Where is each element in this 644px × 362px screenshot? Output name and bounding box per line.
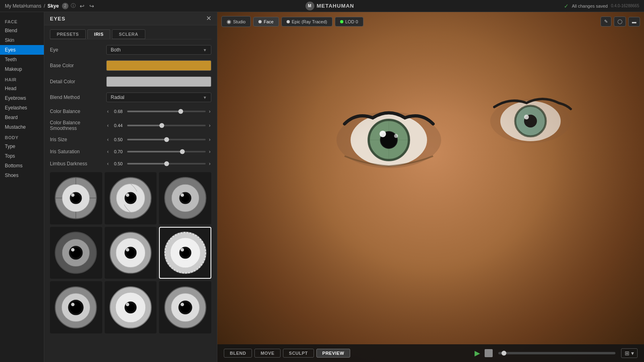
sidebar-item-head[interactable]: Head <box>0 84 44 93</box>
preset-item-9[interactable] <box>159 281 211 333</box>
saved-icon: ✓ <box>564 3 569 9</box>
iris-size-decrement[interactable]: ‹ <box>106 136 109 143</box>
preset-item-3[interactable] <box>159 172 211 224</box>
color-balance-smoothness-track[interactable] <box>127 125 206 126</box>
sidebar-item-bottoms[interactable]: Bottoms <box>0 161 44 171</box>
face-button[interactable]: Face <box>253 17 279 27</box>
base-color-swatch[interactable] <box>106 60 211 71</box>
iris-size-track[interactable] <box>127 139 206 140</box>
color-balance-slider-container: ‹ 0.68 › <box>106 108 211 115</box>
color-balance-smoothness-value: 0.44 <box>112 123 125 128</box>
logo-text: METAHUMAN <box>317 3 354 9</box>
blend-method-value: Radial <box>111 95 124 100</box>
eye-selector-control: Both ▼ <box>106 45 211 55</box>
preset-item-1[interactable] <box>50 172 102 224</box>
sidebar-item-mustache[interactable]: Mustache <box>0 122 44 132</box>
preset-item-5[interactable] <box>105 227 157 279</box>
close-button[interactable]: ✕ <box>206 15 211 22</box>
face-dot <box>258 20 262 23</box>
svg-point-13 <box>126 193 130 197</box>
svg-point-23 <box>71 248 75 252</box>
limbus-darkness-slider-container: ‹ 0.50 › <box>106 160 211 167</box>
tab-presets[interactable]: PRESETS <box>50 29 86 39</box>
metahuman-logo: M METAHUMAN <box>305 2 354 10</box>
color-balance-increment[interactable]: › <box>208 108 211 115</box>
iris-size-increment[interactable]: › <box>208 136 211 143</box>
iris-size-slider-container: ‹ 0.50 › <box>106 136 211 143</box>
iris-saturation-track[interactable] <box>127 151 206 152</box>
eye-dropdown[interactable]: Both ▼ <box>106 45 211 55</box>
move-mode-button[interactable]: MOVE <box>254 349 280 358</box>
timeline-bar[interactable] <box>498 352 616 354</box>
eye-selector-row: Eye Both ▼ <box>50 45 211 55</box>
svg-point-18 <box>180 193 184 197</box>
color-balance-label: Color Balance <box>50 109 106 114</box>
color-balance-decrement[interactable]: ‹ <box>106 108 109 115</box>
studio-button[interactable]: ◉ Studio <box>221 16 251 27</box>
sidebar-item-eyes[interactable]: Eyes <box>0 45 44 55</box>
sidebar-item-eyebrows[interactable]: Eyebrows <box>0 93 44 103</box>
limbus-darkness-decrement[interactable]: ‹ <box>106 160 109 167</box>
character-name[interactable]: Skye <box>47 3 59 9</box>
viewport-toolbar: ◉ Studio Face Epic (Ray Traced) LOD 0 ✎ … <box>221 16 640 27</box>
undo-button[interactable]: ↩ <box>78 2 86 10</box>
limbus-darkness-label: Limbus Darkness <box>50 161 106 167</box>
limbus-darkness-increment[interactable]: › <box>208 160 211 167</box>
mode-btn-3[interactable]: ▬ <box>628 17 640 27</box>
lod-button[interactable]: LOD 0 <box>335 17 363 27</box>
render-mode-button[interactable]: Epic (Ray Traced) <box>281 17 332 27</box>
left-sidebar: FACE Blend Skin Eyes Teeth Makeup HAIR H… <box>0 12 44 362</box>
color-balance-track[interactable] <box>127 111 206 112</box>
sidebar-item-type[interactable]: Type <box>0 142 44 151</box>
detail-color-swatch[interactable] <box>106 76 211 87</box>
blend-method-dropdown[interactable]: Radial ▼ <box>106 93 211 102</box>
top-bar-right: ✓ All changes saved 0.4.0-16288665 <box>564 3 639 9</box>
mode-btn-1[interactable]: ✎ <box>601 16 611 27</box>
viewport: ◉ Studio Face Epic (Ray Traced) LOD 0 ✎ … <box>217 12 644 362</box>
sidebar-item-eyelashes[interactable]: Eyelashes <box>0 103 44 113</box>
tab-iris[interactable]: IRIS <box>87 29 110 39</box>
preset-item-6[interactable] <box>159 227 211 279</box>
sidebar-item-blend[interactable]: Blend <box>0 26 44 35</box>
preset-item-7[interactable] <box>50 281 102 333</box>
preset-item-4[interactable] <box>50 227 102 279</box>
project-name[interactable]: My MetaHumans <box>5 3 41 9</box>
limbus-darkness-track[interactable] <box>127 163 206 165</box>
tab-sclera[interactable]: SCLERA <box>112 29 145 39</box>
preview-mode-button[interactable]: PREVIEW <box>316 349 350 358</box>
iris-saturation-increment[interactable]: › <box>208 148 211 155</box>
top-bar: My MetaHumans / Skye 2 ⓘ ↩ ↪ M METAHUMAN… <box>0 0 644 12</box>
svg-point-28 <box>126 248 130 252</box>
version-text: 0.4.0-16288665 <box>611 4 639 8</box>
iris-saturation-decrement[interactable]: ‹ <box>106 148 109 155</box>
edit-count: 2 <box>62 3 68 9</box>
redo-button[interactable]: ↪ <box>88 2 96 10</box>
tabs-container: PRESETS IRIS SCLERA <box>44 25 217 39</box>
svg-point-33 <box>180 248 184 252</box>
skin-overlay <box>217 12 644 362</box>
mode-btn-2[interactable]: ◯ <box>614 16 626 27</box>
sidebar-item-tops[interactable]: Tops <box>0 151 44 161</box>
color-balance-smoothness-increment[interactable]: › <box>208 122 211 129</box>
preset-item-2[interactable] <box>105 172 157 224</box>
preset-item-8[interactable] <box>105 281 157 333</box>
detail-color-control <box>106 76 211 87</box>
grid-view-button[interactable]: ⊞ ▾ <box>621 348 638 358</box>
base-color-label: Base Color <box>50 63 106 68</box>
sidebar-item-teeth[interactable]: Teeth <box>0 55 44 64</box>
blend-mode-button[interactable]: BLEND <box>224 349 252 358</box>
svg-point-67 <box>524 115 529 119</box>
color-balance-smoothness-label: Color Balance Smoothness <box>50 120 106 131</box>
sidebar-item-shoes[interactable]: Shoes <box>0 171 44 180</box>
stop-button[interactable] <box>485 349 493 357</box>
color-balance-smoothness-decrement[interactable]: ‹ <box>106 122 109 129</box>
iris-saturation-slider-container: ‹ 0.70 › <box>106 148 211 155</box>
sidebar-item-makeup[interactable]: Makeup <box>0 64 44 74</box>
play-button[interactable]: ▶ <box>473 348 482 358</box>
svg-point-61 <box>394 134 398 138</box>
timeline-thumb[interactable] <box>502 351 506 356</box>
logo-icon: M <box>305 2 314 10</box>
sculpt-mode-button[interactable]: SCULPT <box>283 349 314 358</box>
sidebar-item-skin[interactable]: Skin <box>0 35 44 45</box>
sidebar-item-beard[interactable]: Beard <box>0 113 44 122</box>
